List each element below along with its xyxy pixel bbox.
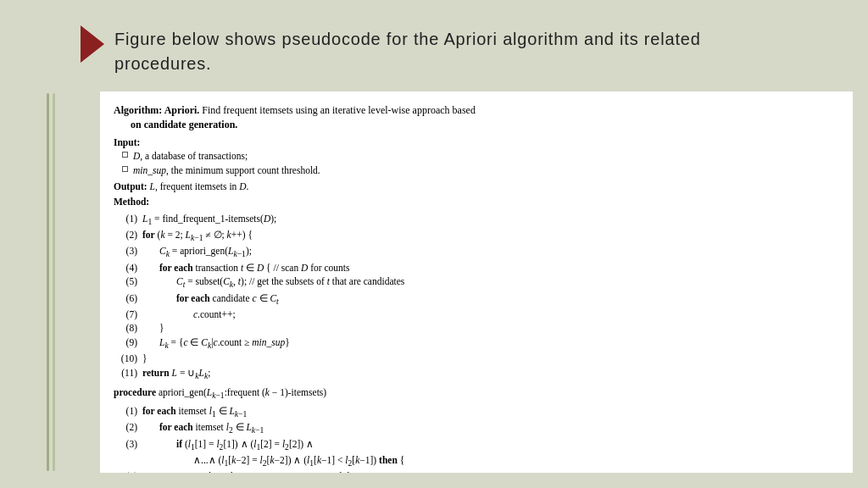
algo-title-desc: Find frequent itemsets using an iterativ… — [202, 104, 476, 116]
code-line-5: (5) Ct = subset(Ck, t); // get the subse… — [114, 274, 836, 291]
algo-title-cont: on candidate generation. — [131, 118, 836, 132]
algo-title-bold: Algorithm: Apriori. — [114, 104, 199, 116]
vert-line-2 — [53, 93, 55, 471]
proc1-line-4: (4) c = l1 ⋈ l2; // join step: generate … — [114, 469, 836, 473]
input-section: Input: D, a database of transactions; mi… — [114, 136, 836, 178]
procedure-apriori-gen: procedure apriori_gen(Lk−1:frequent (k −… — [114, 385, 836, 473]
header-text: Figure below shows pseudocode for the Ap… — [114, 27, 851, 76]
bullet-icon-1 — [122, 152, 128, 158]
input-item-2: min_sup, the minimum support count thres… — [122, 164, 836, 178]
code-line-8: (8) } — [114, 321, 836, 336]
proc1-line-1: (1) for each itemset l1 ∈ Lk−1 — [114, 404, 836, 420]
code-line-4: (4) for each transaction t ∈ D { // scan… — [114, 261, 836, 275]
code-line-6: (6) for each candidate c ∈ Ct — [114, 291, 836, 308]
code-line-1: (1) L1 = find_frequent_1-itemsets(D); — [114, 212, 836, 228]
proc1-title: procedure apriori_gen(Lk−1:frequent (k −… — [114, 385, 836, 402]
code-line-2: (2) for (k = 2; Lk−1 ≠ ∅; k++) { — [114, 228, 836, 244]
vert-lines-decoration — [47, 93, 55, 471]
code-line-3: (3) Ck = apriori_gen(Lk−1); — [114, 244, 836, 260]
vert-line-1 — [47, 93, 49, 471]
method-label: Method: — [114, 197, 149, 207]
code-line-10: (10) } — [114, 352, 836, 366]
bullet-icon-2 — [122, 166, 128, 172]
method-section: Method: — [114, 195, 836, 209]
input-item-1: D, a database of transactions; — [122, 149, 836, 164]
code-line-7: (7) c.count++; — [114, 308, 836, 322]
output-text: L, frequent itemsets in D. — [150, 181, 249, 191]
input-text-1: D, a database of transactions; — [133, 149, 248, 164]
arrow-decoration — [81, 25, 104, 63]
slide: Figure below shows pseudocode for the Ap… — [0, 0, 868, 488]
algorithm-title: Algorithm: Apriori. Find frequent itemse… — [114, 103, 836, 133]
code-line-9: (9) Lk = {c ∈ Ck|c.count ≥ min_sup} — [114, 336, 836, 352]
header-line2: procedures. — [114, 54, 211, 73]
header-line1: Figure below shows pseudocode for the Ap… — [114, 30, 701, 48]
code-line-11: (11) return L = ∪kLk; — [114, 366, 836, 382]
algorithm-content-box: Algorithm: Apriori. Find frequent itemse… — [100, 92, 853, 473]
proc1-line-2: (2) for each itemset l2 ∈ Lk−1 — [114, 420, 836, 436]
output-label: Output: — [114, 181, 147, 191]
input-label: Input: — [114, 137, 140, 147]
proc1-code: (1) for each itemset l1 ∈ Lk−1 (2) for e… — [114, 404, 836, 473]
output-section: Output: L, frequent itemsets in D. — [114, 180, 836, 194]
input-text-2: min_sup, the minimum support count thres… — [133, 164, 320, 178]
algorithm-pseudocode: Algorithm: Apriori. Find frequent itemse… — [114, 103, 836, 473]
proc1-line-3b: ∧...∧ (l1[k−2] = l2[k−2]) ∧ (l1[k−1] < l… — [114, 453, 836, 469]
main-code-block: (1) L1 = find_frequent_1-itemsets(D); (2… — [114, 212, 836, 382]
proc1-line-3: (3) if (l1[1] = l2[1]) ∧ (l1[2] = l2[2])… — [114, 437, 836, 453]
